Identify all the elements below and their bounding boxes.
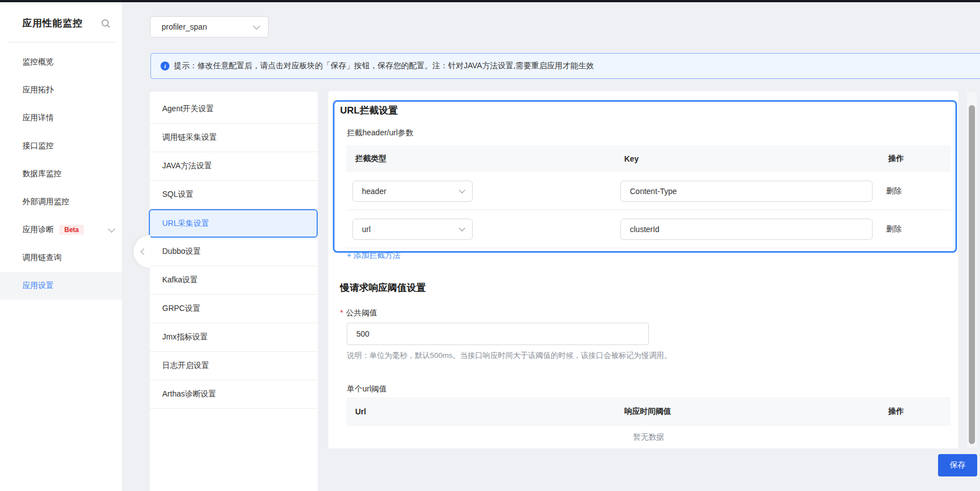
- delete-link[interactable]: 删除: [878, 186, 902, 195]
- settings-nav-item-URL采集设置[interactable]: URL采集设置: [149, 209, 318, 238]
- sidebar-nav: 监控概览应用拓扑应用详情接口监控数据库监控外部调用监控应用诊断Beta调用链查询…: [0, 43, 122, 300]
- settings-nav-item-Arthas诊断设置[interactable]: Arthas诊断设置: [150, 380, 318, 409]
- sidebar-item-label: 应用详情: [22, 113, 54, 123]
- chevron-left-icon: [140, 248, 147, 254]
- sidebar-item-应用诊断[interactable]: 应用诊断Beta: [0, 216, 122, 244]
- settings-nav: Agent开关设置调用链采集设置JAVA方法设置SQL设置URL采集设置Dubb…: [150, 92, 318, 491]
- settings-nav-item-Agent开关设置[interactable]: Agent开关设置: [150, 95, 318, 124]
- beta-badge: Beta: [59, 225, 84, 235]
- sidebar-item-外部调用监控[interactable]: 外部调用监控: [0, 188, 122, 216]
- save-button[interactable]: 保存: [938, 454, 977, 476]
- per-url-label: 单个url阈值: [347, 384, 387, 394]
- sidebar-item-应用设置[interactable]: 应用设置: [0, 272, 122, 300]
- sidebar-item-label: 应用诊断: [22, 225, 54, 235]
- chevron-down-icon: [459, 225, 465, 231]
- settings-nav-item-日志开启设置[interactable]: 日志开启设置: [150, 352, 318, 380]
- settings-nav-item-调用链采集设置[interactable]: 调用链采集设置: [150, 124, 318, 152]
- sidebar: 应用性能监控 监控概览应用拓扑应用详情接口监控数据库监控外部调用监控应用诊断Be…: [0, 2, 122, 491]
- threshold-hint: 说明：单位为毫秒，默认500ms。当接口响应时间大于该阈值的时候，该接口会被标记…: [347, 351, 672, 361]
- settings-nav-item-Dubbo设置[interactable]: Dubbo设置: [150, 238, 318, 266]
- info-banner: i 提示：修改任意配置后，请点击对应板块的「保存」按钮，保存您的配置。注：针对J…: [150, 53, 980, 79]
- top-bar: [0, 0, 980, 2]
- scrollbar-thumb[interactable]: [969, 105, 975, 444]
- settings-nav-item-label: JAVA方法设置: [162, 161, 212, 171]
- sidebar-item-label: 监控概览: [22, 57, 54, 67]
- settings-nav-item-Jmx指标设置[interactable]: Jmx指标设置: [150, 323, 318, 352]
- settings-nav-item-label: Kafka设置: [162, 275, 198, 285]
- intercept-key-cell: [615, 219, 878, 240]
- banner-text: 提示：修改任意配置后，请点击对应板块的「保存」按钮，保存您的配置。注：针对JAV…: [174, 61, 594, 71]
- settings-nav-item-JAVA方法设置[interactable]: JAVA方法设置: [150, 152, 318, 181]
- empty-data-text: 暂无数据: [346, 426, 951, 448]
- intercept-action-cell: 删除: [878, 224, 951, 234]
- table-row: url删除: [346, 210, 951, 248]
- sidebar-item-调用链查询[interactable]: 调用链查询: [0, 244, 122, 272]
- settings-nav-item-GRPC设置[interactable]: GRPC设置: [150, 295, 318, 323]
- settings-nav-item-label: 日志开启设置: [162, 361, 209, 371]
- sidebar-item-数据库监控[interactable]: 数据库监控: [0, 160, 122, 188]
- scrollbar[interactable]: [967, 92, 977, 447]
- app-title: 应用性能监控: [22, 17, 83, 30]
- settings-nav-item-label: Arthas诊断设置: [162, 389, 216, 399]
- chevron-down-icon: [253, 22, 260, 30]
- intercept-type-select[interactable]: url: [352, 219, 473, 240]
- sidebar-item-监控概览[interactable]: 监控概览: [0, 48, 122, 76]
- intercept-key-input[interactable]: [620, 219, 873, 240]
- settings-nav-item-label: URL采集设置: [162, 219, 209, 229]
- intercept-type-select[interactable]: header: [352, 181, 473, 202]
- col-header-url: Url: [346, 407, 615, 416]
- intercept-table-body: header删除url删除: [346, 172, 951, 248]
- add-intercept-link[interactable]: + 添加拦截方法: [347, 251, 401, 261]
- collapse-handle[interactable]: [133, 235, 150, 268]
- col-header-type: 拦截类型: [346, 154, 615, 164]
- sidebar-item-应用详情[interactable]: 应用详情: [0, 104, 122, 132]
- common-threshold-input[interactable]: [347, 323, 649, 345]
- sidebar-item-label: 数据库监控: [22, 169, 62, 179]
- intercept-param-label: 拦截header/url参数: [347, 128, 413, 138]
- sidebar-item-label: 接口监控: [22, 141, 54, 151]
- common-threshold-label: *公共阈值: [340, 308, 377, 318]
- col-header-action: 操作: [878, 154, 951, 164]
- per-url-table: Url 响应时间阈值 操作 暂无数据: [346, 397, 951, 448]
- intercept-action-cell: 删除: [878, 186, 951, 196]
- app-selector[interactable]: profiler_span: [150, 16, 268, 37]
- settings-nav-item-label: Agent开关设置: [162, 104, 214, 114]
- chevron-down-icon: [459, 187, 465, 193]
- info-icon: i: [161, 62, 169, 70]
- col-header-threshold: 响应时间阈值: [615, 407, 878, 417]
- required-asterisk: *: [340, 308, 343, 317]
- url-intercept-title: URL拦截设置: [340, 104, 398, 117]
- chevron-down-icon: [108, 225, 115, 233]
- slow-request-title: 慢请求响应阈值设置: [340, 281, 426, 294]
- common-threshold-label-text: 公共阈值: [346, 308, 377, 317]
- sidebar-header: 应用性能监控: [0, 2, 122, 30]
- settings-nav-item-label: Jmx指标设置: [162, 332, 208, 342]
- settings-panel: URL拦截设置 拦截header/url参数 拦截类型 Key 操作 heade…: [328, 91, 958, 448]
- intercept-key-input[interactable]: [620, 181, 873, 202]
- delete-link[interactable]: 删除: [878, 224, 902, 233]
- col-header-action: 操作: [878, 407, 951, 417]
- settings-nav-item-Kafka设置[interactable]: Kafka设置: [150, 266, 318, 295]
- settings-nav-item-SQL设置[interactable]: SQL设置: [150, 181, 318, 209]
- sidebar-item-label: 应用设置: [22, 281, 54, 291]
- table-row: header删除: [346, 172, 951, 210]
- intercept-table: 拦截类型 Key 操作 header删除url删除: [346, 145, 951, 248]
- sidebar-item-接口监控[interactable]: 接口监控: [0, 132, 122, 160]
- sidebar-item-label: 外部调用监控: [22, 197, 69, 207]
- intercept-type-value: url: [362, 225, 371, 234]
- sidebar-item-应用拓扑[interactable]: 应用拓扑: [0, 76, 122, 104]
- sidebar-item-label: 应用拓扑: [22, 85, 54, 95]
- intercept-type-value: header: [362, 187, 387, 196]
- settings-nav-item-label: SQL设置: [162, 190, 194, 200]
- settings-nav-item-label: 调用链采集设置: [162, 133, 217, 143]
- sidebar-item-label: 调用链查询: [22, 253, 62, 263]
- intercept-table-header: 拦截类型 Key 操作: [346, 145, 951, 172]
- settings-nav-item-label: GRPC设置: [162, 304, 200, 314]
- app-selector-value: profiler_span: [162, 22, 207, 31]
- search-icon[interactable]: [101, 18, 111, 29]
- intercept-type-cell: header: [346, 181, 615, 202]
- settings-nav-item-label: Dubbo设置: [162, 247, 201, 257]
- col-header-key: Key: [615, 154, 878, 163]
- intercept-key-cell: [615, 181, 878, 202]
- per-url-table-header: Url 响应时间阈值 操作: [346, 397, 951, 426]
